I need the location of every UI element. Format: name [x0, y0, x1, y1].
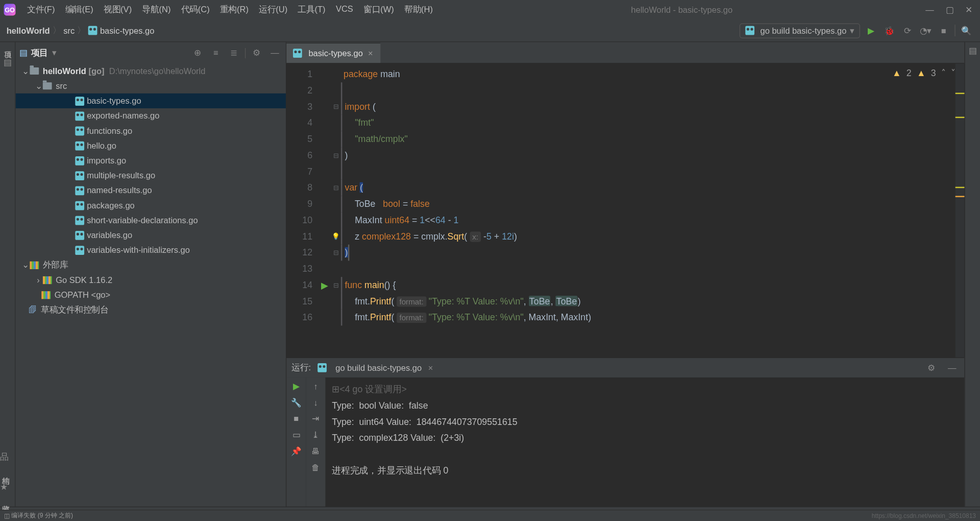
- print-icon[interactable]: 🖶: [311, 446, 320, 456]
- editor-column: basic-types.go × 12345678910111213141516…: [286, 42, 964, 507]
- tree-folder-src[interactable]: ⌄ src: [15, 79, 286, 93]
- go-file-icon: [75, 111, 84, 121]
- scratch-icon: 🗐: [29, 305, 37, 315]
- tree-root[interactable]: ⌄ helloWorld [go] D:\mynotes\go\helloWor…: [15, 63, 286, 78]
- status-text: 编译失败 (9 分钟 之前): [11, 511, 73, 520]
- go-file-icon: [745, 26, 754, 35]
- editor-tab-bar: basic-types.go ×: [286, 42, 964, 64]
- structure-tool-tab[interactable]: 品 结构: [0, 452, 15, 473]
- chevron-down-icon[interactable]: ▾: [52, 48, 57, 58]
- tools-icon[interactable]: 🔧: [291, 397, 301, 407]
- chevron-right-icon: 〉: [53, 25, 61, 36]
- close-icon[interactable]: ✕: [965, 5, 972, 15]
- tree-go-sdk[interactable]: › Go SDK 1.16.2: [15, 272, 286, 287]
- project-tree[interactable]: ⌄ helloWorld [go] D:\mynotes\go\helloWor…: [15, 63, 286, 506]
- search-icon[interactable]: 🔍: [959, 23, 973, 38]
- warning-icon: ▲: [917, 67, 926, 78]
- menu-item[interactable]: 重构(R): [215, 2, 254, 18]
- profile-icon[interactable]: ◔▾: [918, 23, 933, 38]
- menu-item[interactable]: 视图(V): [99, 2, 137, 18]
- intention-bulb-icon[interactable]: 💡: [332, 233, 339, 240]
- run-line-icon[interactable]: ▶: [321, 280, 328, 290]
- close-tab-icon[interactable]: ×: [366, 49, 374, 58]
- menu-item[interactable]: 工具(T): [292, 2, 330, 18]
- code-editor[interactable]: 12345678910111213141516 ▶ ⊟⊟⊟ 💡 ⊟⊟ packa…: [286, 63, 964, 357]
- crumb-project[interactable]: helloWorld: [7, 26, 50, 35]
- tree-scratches[interactable]: 🗐 草稿文件和控制台: [15, 302, 286, 317]
- up-icon[interactable]: ↑: [313, 382, 317, 391]
- tree-file[interactable]: hello.go: [15, 138, 286, 153]
- menu-item[interactable]: 帮助(H): [399, 2, 438, 18]
- hide-run-icon[interactable]: —: [945, 361, 959, 375]
- tree-file[interactable]: short-variable-declarations.go: [15, 212, 286, 227]
- soft-wrap-icon[interactable]: ⇥: [312, 414, 319, 423]
- run-toolbar-left: ▶ 🔧 ■ ▭ 📌: [286, 377, 306, 507]
- layout-icon[interactable]: ▭: [292, 430, 300, 440]
- expand-all-icon[interactable]: ≡: [209, 46, 223, 60]
- stop-icon[interactable]: ■: [937, 23, 951, 38]
- run-config-selector[interactable]: go build basic-types.go ▾: [740, 23, 860, 38]
- run-panel-tab[interactable]: go build basic-types.go: [335, 363, 422, 372]
- tree-file[interactable]: imports.go: [15, 153, 286, 168]
- crumb-src[interactable]: src: [63, 26, 75, 35]
- database-tool-icon[interactable]: ▤: [969, 46, 976, 56]
- coverage-icon[interactable]: ⟳: [900, 23, 915, 38]
- menu-item[interactable]: 窗口(W): [358, 2, 399, 18]
- chevron-down-icon: ⌄: [22, 260, 29, 270]
- tree-file[interactable]: basic-types.go: [15, 93, 286, 108]
- inspection-widget[interactable]: ▲2 ▲3 ˄ ˅: [892, 67, 955, 78]
- project-panel-title: 项目: [31, 47, 48, 59]
- run-panel-title: 运行:: [291, 362, 311, 374]
- code-content[interactable]: package main import ( "fmt" "math/cmplx"…: [341, 63, 955, 357]
- run-config-label: go build basic-types.go: [760, 26, 846, 35]
- tree-file[interactable]: exported-names.go: [15, 108, 286, 123]
- titlebar: GO 文件(F)编辑(E)视图(V)导航(N)代码(C)重构(R)运行(U)工具…: [0, 0, 980, 19]
- tree-file[interactable]: named-results.go: [15, 183, 286, 198]
- settings-icon[interactable]: ⚙: [250, 46, 264, 60]
- tree-file[interactable]: functions.go: [15, 123, 286, 138]
- crumb-file[interactable]: basic-types.go: [100, 26, 154, 35]
- scroll-to-end-icon[interactable]: ⤓: [312, 430, 319, 440]
- debug-icon[interactable]: 🐞: [882, 23, 896, 38]
- menu-item[interactable]: 文件(F): [22, 2, 60, 18]
- tree-file[interactable]: variables-with-initializers.go: [15, 243, 286, 257]
- library-icon: [30, 261, 39, 269]
- editor-tab[interactable]: basic-types.go ×: [286, 43, 381, 63]
- close-run-tab-icon[interactable]: ×: [428, 363, 433, 372]
- tree-gopath[interactable]: GOPATH <go>: [15, 288, 286, 302]
- status-icon[interactable]: ◫: [4, 512, 10, 519]
- run-output[interactable]: ⊞<4 go 设置调用> Type: bool Value: false Typ…: [325, 377, 964, 507]
- run-settings-icon[interactable]: ⚙: [924, 361, 939, 375]
- prev-highlight-icon[interactable]: ˄: [941, 67, 946, 78]
- menu-item[interactable]: 代码(C): [176, 2, 215, 18]
- down-icon[interactable]: ↓: [313, 397, 317, 407]
- maximize-icon[interactable]: ▢: [946, 5, 953, 15]
- menu-item[interactable]: 导航(N): [137, 2, 176, 18]
- minimize-icon[interactable]: —: [925, 5, 934, 15]
- go-file-icon: [75, 186, 84, 195]
- menu-item[interactable]: VCS: [331, 2, 358, 18]
- locate-icon[interactable]: ⊕: [190, 46, 205, 60]
- bookmarks-icon[interactable]: ▤: [4, 58, 11, 67]
- tree-external-libs[interactable]: ⌄ 外部库: [15, 257, 286, 272]
- menu-item[interactable]: 运行(U): [254, 2, 292, 18]
- go-file-icon: [75, 171, 84, 180]
- chevron-down-icon: ▾: [850, 26, 854, 35]
- go-file-icon: [317, 363, 327, 372]
- collapse-all-icon[interactable]: ≣: [227, 46, 241, 60]
- stop-icon[interactable]: ■: [293, 414, 299, 423]
- run-icon[interactable]: ▶: [864, 23, 878, 38]
- pin-icon[interactable]: 📌: [291, 446, 301, 456]
- tree-file[interactable]: variables.go: [15, 228, 286, 243]
- tree-file[interactable]: multiple-results.go: [15, 168, 286, 183]
- chevron-down-icon: ⌄: [22, 66, 29, 76]
- favorites-tool-tab[interactable]: ★ 收藏: [0, 482, 15, 501]
- editor-tab-label: basic-types.go: [308, 49, 362, 58]
- menu-item[interactable]: 编辑(E): [60, 2, 99, 18]
- rerun-icon[interactable]: ▶: [293, 382, 300, 391]
- error-stripe[interactable]: [955, 63, 965, 357]
- tree-file[interactable]: packages.go: [15, 198, 286, 212]
- hide-panel-icon[interactable]: —: [267, 46, 282, 60]
- clear-icon[interactable]: 🗑: [311, 462, 320, 472]
- next-highlight-icon[interactable]: ˅: [951, 67, 955, 78]
